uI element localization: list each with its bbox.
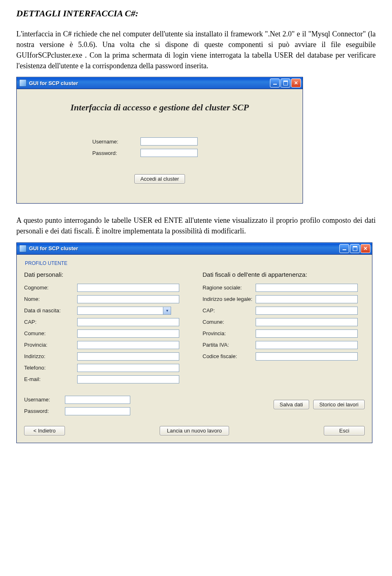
- fcomune-input[interactable]: [256, 318, 358, 326]
- app-icon: [19, 245, 27, 252]
- cap-label: CAP:: [24, 319, 77, 325]
- launch-button[interactable]: Lancia un nuovo lavoro: [160, 426, 229, 435]
- sede-label: Indirizzo sede legale:: [203, 296, 256, 302]
- cred-username-label: Username:: [24, 397, 65, 403]
- dob-input[interactable]: [77, 307, 171, 315]
- fcomune-label: Comune:: [203, 319, 256, 325]
- save-button[interactable]: Salva dati: [274, 400, 309, 409]
- fcap-input[interactable]: [256, 307, 358, 315]
- cf-label: Codice fiscale:: [203, 353, 256, 359]
- fprovincia-input[interactable]: [256, 329, 358, 338]
- exit-button[interactable]: Esci: [324, 426, 365, 435]
- profile-window: GUI for SCP cluster ✕ PROFILO UTENTE Dat…: [16, 242, 372, 443]
- cred-password-label: Password:: [24, 408, 65, 414]
- minimize-icon[interactable]: [270, 78, 280, 87]
- provincia-label: Provincia:: [24, 342, 77, 348]
- history-button[interactable]: Storico dei lavori: [313, 400, 365, 409]
- ragione-input[interactable]: [256, 284, 358, 292]
- back-button[interactable]: < Indietro: [24, 426, 65, 435]
- personal-heading: Dati personali:: [24, 271, 186, 278]
- window-title: GUI for SCP cluster: [29, 245, 339, 251]
- provincia-input[interactable]: [77, 341, 179, 349]
- piva-input[interactable]: [256, 341, 358, 349]
- maximize-icon[interactable]: [350, 244, 360, 253]
- cred-password-input[interactable]: [65, 407, 130, 415]
- piva-label: Partita IVA:: [203, 342, 256, 348]
- cap-input[interactable]: [77, 318, 179, 326]
- dob-select[interactable]: ▾: [77, 307, 171, 315]
- nome-label: Nome:: [24, 296, 77, 302]
- titlebar[interactable]: GUI for SCP cluster ✕: [17, 77, 303, 89]
- window-title: GUI for SCP cluster: [29, 80, 269, 86]
- email-input[interactable]: [77, 375, 179, 383]
- indirizzo-label: Indirizzo:: [24, 353, 77, 359]
- username-input[interactable]: [140, 137, 198, 146]
- telefono-label: Telefono:: [24, 365, 77, 371]
- chevron-down-icon[interactable]: ▾: [163, 307, 171, 314]
- minimize-icon[interactable]: [339, 244, 349, 253]
- maximize-icon[interactable]: [281, 78, 290, 87]
- username-label: Username:: [92, 139, 140, 145]
- sede-input[interactable]: [256, 295, 358, 303]
- email-label: E-mail:: [24, 376, 77, 382]
- login-heading: Interfaccia di accesso e gestione del cl…: [24, 102, 295, 113]
- login-button[interactable]: Accedi al cluster: [134, 174, 185, 184]
- doc-heading: DETTAGLI INTERFACCIA C#:: [16, 8, 376, 19]
- titlebar[interactable]: GUI for SCP cluster ✕: [17, 243, 372, 255]
- cred-username-input[interactable]: [65, 396, 130, 404]
- profile-section-caption: PROFILO UTENTE: [25, 260, 365, 266]
- nome-input[interactable]: [77, 295, 179, 303]
- app-icon: [19, 79, 27, 87]
- comune-input[interactable]: [77, 329, 179, 338]
- dob-label: Data di nascita:: [24, 307, 77, 314]
- password-input[interactable]: [140, 149, 198, 157]
- fcap-label: CAP:: [203, 307, 256, 314]
- password-label: Password:: [92, 150, 140, 156]
- cf-input[interactable]: [256, 352, 358, 361]
- ragione-label: Ragione sociale:: [203, 285, 256, 291]
- fprovincia-label: Provincia:: [203, 330, 256, 336]
- login-window: GUI for SCP cluster ✕ Interfaccia di acc…: [16, 77, 303, 204]
- doc-paragraph-1: L'interfaccia in C# richiede che nel com…: [16, 29, 376, 71]
- comune-label: Comune:: [24, 330, 77, 336]
- fiscal-heading: Dati fiscali o dell'ente di appartenenza…: [203, 271, 365, 278]
- telefono-input[interactable]: [77, 364, 179, 372]
- cognome-input[interactable]: [77, 284, 179, 292]
- close-icon[interactable]: ✕: [291, 78, 301, 87]
- doc-paragraph-2: A questo punto interrogando le tabelle U…: [16, 215, 376, 236]
- cognome-label: Cognome:: [24, 285, 77, 291]
- indirizzo-input[interactable]: [77, 352, 179, 361]
- close-icon[interactable]: ✕: [361, 244, 370, 253]
